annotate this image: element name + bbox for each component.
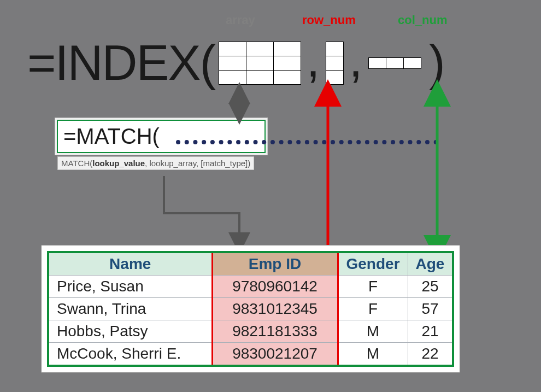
cell-age: 22 — [408, 343, 453, 366]
tooltip-prefix: MATCH( — [61, 159, 92, 168]
close-paren: ) — [429, 35, 445, 91]
index-text: =INDEX( — [27, 35, 215, 91]
header-gender: Gender — [338, 252, 408, 276]
match-input-cell: =MATCH( — [57, 120, 266, 153]
index-formula: =INDEX( , , ) — [27, 30, 445, 96]
row-vector-icon — [368, 57, 421, 69]
cell-gender: F — [338, 298, 408, 320]
table-row: McCook, Sherri E. 9830021207 M 22 — [48, 343, 453, 366]
header-name: Name — [48, 252, 212, 276]
match-text: =MATCH( — [63, 124, 160, 148]
label-col-num: col_num — [398, 13, 447, 27]
array-grid-icon — [219, 42, 301, 85]
cell-name: Price, Susan — [48, 276, 212, 298]
cell-age: 25 — [408, 276, 453, 298]
cell-emp-id: 9780960142 — [212, 276, 338, 298]
table-header-row: Name Emp ID Gender Age — [48, 252, 453, 276]
comma-1: , — [307, 32, 320, 88]
table-row: Swann, Trina 9831012345 F 57 — [48, 298, 453, 320]
comma-2: , — [349, 32, 363, 88]
column-vector-icon — [326, 42, 344, 85]
table-row: Price, Susan 9780960142 F 25 — [48, 276, 453, 298]
header-emp-id: Emp ID — [212, 252, 338, 276]
header-age: Age — [408, 252, 453, 276]
match-tooltip: MATCH(lookup_value, lookup_array, [match… — [57, 156, 254, 170]
tooltip-bold: lookup_value — [92, 159, 145, 168]
cell-gender: M — [338, 343, 408, 366]
cell-emp-id: 9830021207 — [212, 343, 338, 366]
cell-name: McCook, Sherri E. — [48, 343, 212, 366]
cell-age: 21 — [408, 320, 453, 343]
match-formula-box: =MATCH( MATCH(lookup_value, lookup_array… — [55, 118, 268, 155]
cell-gender: M — [338, 320, 408, 343]
tooltip-rest: , lookup_array, [match_type]) — [145, 159, 250, 168]
table-row: Hobbs, Patsy 9821181333 M 21 — [48, 320, 453, 343]
cell-name: Swann, Trina — [48, 298, 212, 320]
dotted-connector — [176, 140, 438, 144]
data-table: Name Emp ID Gender Age Price, Susan 9780… — [47, 251, 454, 367]
cell-emp-id: 9821181333 — [212, 320, 338, 343]
cell-emp-id: 9831012345 — [212, 298, 338, 320]
data-table-container: Name Emp ID Gender Age Price, Susan 9780… — [41, 245, 460, 373]
cell-name: Hobbs, Patsy — [48, 320, 212, 343]
cell-age: 57 — [408, 298, 453, 320]
label-row-num: row_num — [302, 13, 356, 27]
cell-gender: F — [338, 276, 408, 298]
label-array: array — [226, 13, 255, 27]
